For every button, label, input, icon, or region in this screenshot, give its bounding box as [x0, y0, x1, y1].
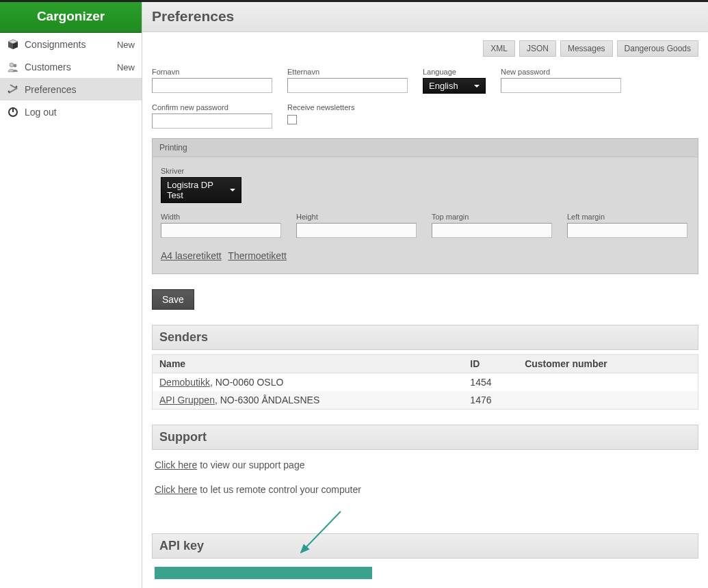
sidebar-item-label: Consignments	[25, 39, 117, 50]
power-icon	[5, 105, 21, 119]
language-label: Language	[423, 68, 486, 76]
svg-point-4	[14, 64, 17, 68]
printing-panel: Printing Skriver Logistra DP Test Width …	[152, 138, 698, 274]
sender-rest: , NO-6300 ÅNDALSNES	[215, 395, 319, 405]
svg-point-8	[16, 86, 18, 88]
a4-laseretikett-link[interactable]: A4 laseretikett	[161, 250, 222, 261]
tab-dangerous-goods[interactable]: Dangerous Goods	[617, 40, 698, 57]
printing-panel-title: Printing	[153, 139, 698, 157]
support-line2-rest: to let us remote control your computer	[197, 484, 361, 495]
height-label: Height	[296, 213, 417, 221]
page-title-bar: Preferences	[142, 2, 708, 32]
top-margin-label: Top margin	[432, 213, 552, 221]
language-value: English	[429, 81, 458, 91]
confirm-password-label: Confirm new password	[152, 103, 272, 111]
tab-xml[interactable]: XML	[483, 40, 515, 57]
apikey-value-bar	[155, 567, 372, 579]
new-password-label: New password	[501, 68, 621, 76]
sidebar-item-extra[interactable]: New	[117, 62, 135, 72]
skriver-value: Logistra DP Test	[167, 180, 213, 200]
new-password-input[interactable]	[501, 78, 621, 93]
width-input[interactable]	[161, 223, 281, 238]
svg-rect-5	[8, 88, 16, 94]
tab-json[interactable]: JSON	[519, 40, 556, 57]
tools-icon	[5, 83, 21, 96]
senders-heading: Senders	[152, 325, 698, 350]
thermoetikett-link[interactable]: Thermoetikett	[228, 250, 287, 261]
height-input[interactable]	[296, 223, 417, 238]
col-customer-number: Customer number	[518, 355, 698, 373]
sidebar-item-label: Customers	[25, 62, 117, 72]
confirm-password-input[interactable]	[152, 113, 272, 129]
sender-cust	[518, 391, 698, 410]
left-margin-label: Left margin	[567, 213, 687, 221]
save-button[interactable]: Save	[152, 289, 194, 310]
apikey-heading: API key	[152, 533, 698, 559]
col-id: ID	[463, 355, 518, 373]
page-title: Preferences	[152, 8, 698, 25]
box-icon	[5, 38, 21, 51]
sidebar: Cargonizer Consignments New Customers Ne…	[0, 2, 142, 123]
left-margin-input[interactable]	[567, 223, 687, 238]
support-heading: Support	[152, 425, 698, 450]
brand-title: Cargonizer	[0, 2, 142, 33]
svg-point-3	[10, 63, 14, 67]
top-margin-input[interactable]	[432, 223, 552, 238]
sidebar-item-preferences[interactable]: Preferences	[0, 78, 142, 101]
support-page-link[interactable]: Click here	[155, 459, 197, 470]
svg-point-7	[8, 91, 10, 93]
skriver-select[interactable]: Logistra DP Test	[161, 177, 241, 203]
sender-link[interactable]: API Gruppen	[159, 395, 215, 405]
sender-id: 1454	[463, 373, 518, 392]
etternavn-label: Etternavn	[287, 68, 408, 76]
sender-link[interactable]: Demobutikk	[159, 377, 210, 388]
newsletters-label: Receive newsletters	[287, 103, 354, 111]
newsletters-checkbox[interactable]	[287, 115, 297, 124]
sidebar-item-customers[interactable]: Customers New	[0, 55, 142, 78]
sender-cust	[518, 373, 698, 392]
language-select[interactable]: English	[423, 78, 486, 94]
table-row: Demobutikk, NO-0060 OSLO 1454	[153, 373, 698, 392]
table-row: API Gruppen, NO-6300 ÅNDALSNES 1476	[153, 391, 698, 410]
sidebar-item-label: Log out	[25, 107, 135, 118]
support-line1-rest: to view our support page	[197, 459, 304, 470]
sidebar-item-extra[interactable]: New	[117, 40, 135, 50]
remote-control-link[interactable]: Click here	[155, 484, 197, 495]
person-icon	[5, 60, 21, 74]
fornavn-label: Fornavn	[152, 68, 272, 76]
sender-rest: , NO-0060 OSLO	[210, 377, 283, 388]
svg-rect-10	[12, 107, 14, 112]
sidebar-item-label: Preferences	[25, 84, 135, 95]
sender-id: 1476	[463, 391, 518, 410]
width-label: Width	[161, 213, 281, 221]
sidebar-item-consignments[interactable]: Consignments New	[0, 33, 142, 55]
sidebar-item-logout[interactable]: Log out	[0, 101, 142, 123]
top-tabs: XML JSON Messages Dangerous Goods	[152, 40, 698, 57]
col-name: Name	[153, 355, 464, 373]
skriver-label: Skriver	[161, 167, 690, 175]
senders-table: Name ID Customer number Demobutikk, NO-0…	[152, 354, 698, 410]
fornavn-input[interactable]	[152, 78, 272, 93]
etternavn-input[interactable]	[287, 78, 408, 93]
tab-messages[interactable]: Messages	[560, 40, 613, 57]
